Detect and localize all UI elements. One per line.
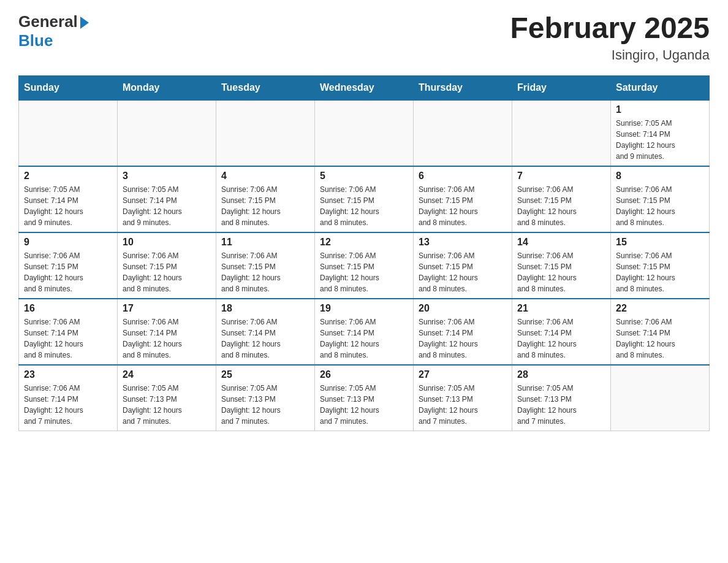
calendar-cell: 27Sunrise: 7:05 AM Sunset: 7:13 PM Dayli…	[414, 365, 512, 431]
calendar-header-friday: Friday	[512, 75, 611, 100]
day-number: 1	[616, 104, 704, 115]
day-info: Sunrise: 7:06 AM Sunset: 7:15 PM Dayligh…	[221, 250, 309, 294]
day-number: 3	[123, 170, 211, 182]
calendar-cell: 14Sunrise: 7:06 AM Sunset: 7:15 PM Dayli…	[512, 232, 611, 299]
day-number: 15	[616, 237, 704, 248]
day-info: Sunrise: 7:05 AM Sunset: 7:13 PM Dayligh…	[419, 383, 507, 427]
calendar-cell	[118, 100, 216, 166]
day-number: 12	[320, 237, 408, 248]
day-number: 21	[517, 303, 605, 314]
calendar-cell	[512, 100, 611, 166]
calendar-cell: 21Sunrise: 7:06 AM Sunset: 7:14 PM Dayli…	[512, 299, 611, 365]
day-info: Sunrise: 7:06 AM Sunset: 7:15 PM Dayligh…	[320, 184, 408, 228]
day-info: Sunrise: 7:06 AM Sunset: 7:14 PM Dayligh…	[24, 316, 112, 361]
day-info: Sunrise: 7:06 AM Sunset: 7:14 PM Dayligh…	[320, 316, 408, 361]
logo-triangle-icon	[80, 17, 89, 29]
calendar-header-tuesday: Tuesday	[216, 75, 315, 100]
day-number: 20	[419, 303, 507, 314]
calendar-cell: 12Sunrise: 7:06 AM Sunset: 7:15 PM Dayli…	[315, 232, 414, 299]
calendar-cell: 4Sunrise: 7:06 AM Sunset: 7:15 PM Daylig…	[216, 166, 315, 232]
calendar-cell: 8Sunrise: 7:06 AM Sunset: 7:15 PM Daylig…	[611, 166, 710, 232]
day-info: Sunrise: 7:06 AM Sunset: 7:14 PM Dayligh…	[616, 316, 704, 361]
day-info: Sunrise: 7:05 AM Sunset: 7:13 PM Dayligh…	[123, 383, 211, 427]
calendar-cell: 13Sunrise: 7:06 AM Sunset: 7:15 PM Dayli…	[414, 232, 512, 299]
day-info: Sunrise: 7:06 AM Sunset: 7:14 PM Dayligh…	[123, 316, 211, 361]
day-number: 28	[517, 369, 605, 380]
day-info: Sunrise: 7:06 AM Sunset: 7:14 PM Dayligh…	[24, 383, 112, 427]
title-block: February 2025 Isingiro, Uganda	[510, 12, 710, 63]
calendar-cell	[611, 365, 710, 431]
calendar-table: SundayMondayTuesdayWednesdayThursdayFrid…	[18, 75, 710, 431]
logo: General Blue	[18, 12, 89, 50]
calendar-title: February 2025	[510, 12, 710, 45]
day-number: 23	[24, 369, 112, 380]
day-info: Sunrise: 7:05 AM Sunset: 7:13 PM Dayligh…	[517, 383, 605, 427]
page-header: General Blue February 2025 Isingiro, Uga…	[18, 12, 710, 63]
day-number: 11	[221, 237, 309, 248]
calendar-cell: 11Sunrise: 7:06 AM Sunset: 7:15 PM Dayli…	[216, 232, 315, 299]
calendar-cell	[19, 100, 118, 166]
calendar-header-thursday: Thursday	[414, 75, 512, 100]
day-info: Sunrise: 7:05 AM Sunset: 7:13 PM Dayligh…	[221, 383, 309, 427]
day-number: 2	[24, 170, 112, 182]
logo-general-text: General	[18, 12, 78, 31]
calendar-week-5: 23Sunrise: 7:06 AM Sunset: 7:14 PM Dayli…	[19, 365, 710, 431]
day-number: 14	[517, 237, 605, 248]
calendar-header-row: SundayMondayTuesdayWednesdayThursdayFrid…	[19, 75, 710, 100]
day-number: 8	[616, 170, 704, 182]
calendar-subtitle: Isingiro, Uganda	[510, 47, 710, 63]
calendar-week-4: 16Sunrise: 7:06 AM Sunset: 7:14 PM Dayli…	[19, 299, 710, 365]
calendar-cell: 24Sunrise: 7:05 AM Sunset: 7:13 PM Dayli…	[118, 365, 216, 431]
calendar-cell: 18Sunrise: 7:06 AM Sunset: 7:14 PM Dayli…	[216, 299, 315, 365]
calendar-header-monday: Monday	[118, 75, 216, 100]
day-number: 9	[24, 237, 112, 248]
day-number: 10	[123, 237, 211, 248]
day-number: 24	[123, 369, 211, 380]
day-number: 7	[517, 170, 605, 182]
calendar-week-2: 2Sunrise: 7:05 AM Sunset: 7:14 PM Daylig…	[19, 166, 710, 232]
day-info: Sunrise: 7:05 AM Sunset: 7:13 PM Dayligh…	[320, 383, 408, 427]
calendar-cell: 22Sunrise: 7:06 AM Sunset: 7:14 PM Dayli…	[611, 299, 710, 365]
day-info: Sunrise: 7:06 AM Sunset: 7:15 PM Dayligh…	[419, 250, 507, 294]
calendar-cell: 16Sunrise: 7:06 AM Sunset: 7:14 PM Dayli…	[19, 299, 118, 365]
day-number: 22	[616, 303, 704, 314]
day-info: Sunrise: 7:06 AM Sunset: 7:15 PM Dayligh…	[221, 184, 309, 228]
day-info: Sunrise: 7:06 AM Sunset: 7:14 PM Dayligh…	[517, 316, 605, 361]
calendar-cell: 28Sunrise: 7:05 AM Sunset: 7:13 PM Dayli…	[512, 365, 611, 431]
day-number: 18	[221, 303, 309, 314]
calendar-week-1: 1Sunrise: 7:05 AM Sunset: 7:14 PM Daylig…	[19, 100, 710, 166]
calendar-cell	[315, 100, 414, 166]
calendar-header-saturday: Saturday	[611, 75, 710, 100]
day-info: Sunrise: 7:06 AM Sunset: 7:15 PM Dayligh…	[616, 184, 704, 228]
day-info: Sunrise: 7:06 AM Sunset: 7:15 PM Dayligh…	[123, 250, 211, 294]
calendar-cell: 1Sunrise: 7:05 AM Sunset: 7:14 PM Daylig…	[611, 100, 710, 166]
calendar-cell: 19Sunrise: 7:06 AM Sunset: 7:14 PM Dayli…	[315, 299, 414, 365]
day-info: Sunrise: 7:06 AM Sunset: 7:15 PM Dayligh…	[419, 184, 507, 228]
calendar-cell: 10Sunrise: 7:06 AM Sunset: 7:15 PM Dayli…	[118, 232, 216, 299]
day-info: Sunrise: 7:06 AM Sunset: 7:15 PM Dayligh…	[320, 250, 408, 294]
day-number: 5	[320, 170, 408, 182]
logo-blue-text: Blue	[18, 31, 53, 50]
calendar-cell: 6Sunrise: 7:06 AM Sunset: 7:15 PM Daylig…	[414, 166, 512, 232]
calendar-cell: 25Sunrise: 7:05 AM Sunset: 7:13 PM Dayli…	[216, 365, 315, 431]
calendar-cell: 2Sunrise: 7:05 AM Sunset: 7:14 PM Daylig…	[19, 166, 118, 232]
calendar-cell: 3Sunrise: 7:05 AM Sunset: 7:14 PM Daylig…	[118, 166, 216, 232]
calendar-cell: 23Sunrise: 7:06 AM Sunset: 7:14 PM Dayli…	[19, 365, 118, 431]
day-number: 6	[419, 170, 507, 182]
calendar-cell: 17Sunrise: 7:06 AM Sunset: 7:14 PM Dayli…	[118, 299, 216, 365]
day-info: Sunrise: 7:05 AM Sunset: 7:14 PM Dayligh…	[123, 184, 211, 228]
calendar-cell	[414, 100, 512, 166]
day-number: 17	[123, 303, 211, 314]
calendar-cell: 7Sunrise: 7:06 AM Sunset: 7:15 PM Daylig…	[512, 166, 611, 232]
day-info: Sunrise: 7:06 AM Sunset: 7:15 PM Dayligh…	[24, 250, 112, 294]
calendar-header-wednesday: Wednesday	[315, 75, 414, 100]
calendar-week-3: 9Sunrise: 7:06 AM Sunset: 7:15 PM Daylig…	[19, 232, 710, 299]
calendar-cell	[216, 100, 315, 166]
day-info: Sunrise: 7:05 AM Sunset: 7:14 PM Dayligh…	[24, 184, 112, 228]
day-info: Sunrise: 7:06 AM Sunset: 7:15 PM Dayligh…	[517, 184, 605, 228]
calendar-cell: 5Sunrise: 7:06 AM Sunset: 7:15 PM Daylig…	[315, 166, 414, 232]
day-number: 4	[221, 170, 309, 182]
calendar-header-sunday: Sunday	[19, 75, 118, 100]
calendar-cell: 9Sunrise: 7:06 AM Sunset: 7:15 PM Daylig…	[19, 232, 118, 299]
day-number: 19	[320, 303, 408, 314]
